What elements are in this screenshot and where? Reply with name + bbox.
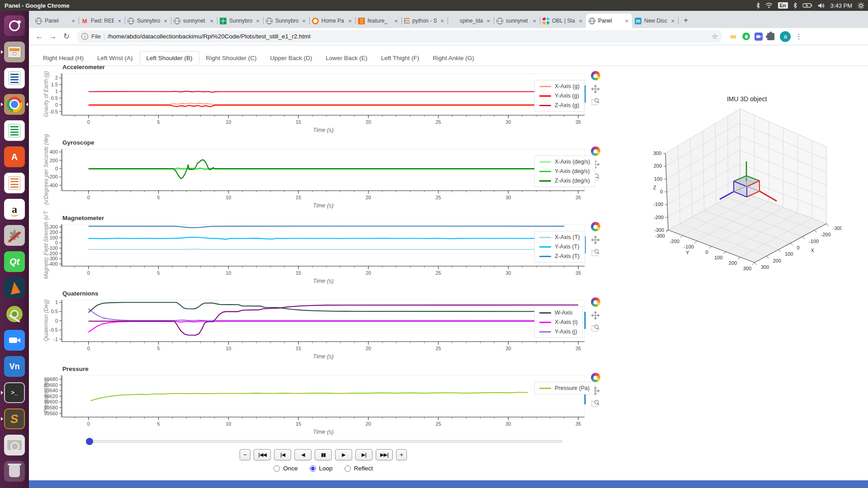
pan-tool-icon[interactable] — [591, 85, 599, 93]
bokeh-logo-icon[interactable] — [591, 373, 600, 382]
tab-close-icon[interactable]: × — [301, 18, 307, 24]
camera-extension-icon[interactable] — [755, 33, 763, 41]
mode-radio-once[interactable] — [274, 465, 280, 472]
browser-tab-3[interactable]: Sunnybro× — [125, 14, 171, 28]
bokeh-logo-icon[interactable] — [591, 71, 600, 80]
session-gear-icon[interactable] — [858, 2, 864, 9]
dock-item-trash[interactable] — [2, 459, 27, 483]
dock-item-disks[interactable] — [2, 433, 27, 457]
box-zoom-tool-icon[interactable] — [591, 399, 599, 408]
browser-tab-4[interactable]: sunnynet× — [171, 14, 217, 28]
clock[interactable]: 3:43 PM — [830, 2, 852, 9]
url-text[interactable]: /home/abdo/datacollectionbackimu/Rpi%20C… — [108, 33, 709, 40]
bluetooth-icon[interactable] — [756, 2, 760, 9]
tab-close-icon[interactable]: × — [624, 18, 629, 24]
page-info-icon[interactable]: i — [81, 33, 88, 40]
browser-tab-12[interactable]: OBL | Sla× — [540, 14, 586, 28]
player-rewind-button[interactable]: |◀ — [274, 449, 291, 460]
dock-item-ubuntu-dash[interactable] — [2, 14, 27, 38]
tab-close-icon[interactable]: × — [578, 18, 583, 24]
browser-tab-8[interactable]: feature_× — [355, 14, 401, 28]
battery-icon[interactable] — [802, 3, 812, 8]
player-play-reverse-button[interactable]: ◀ — [294, 449, 311, 460]
player-last-frame-button[interactable]: ▶▶| — [376, 449, 393, 460]
tab-close-icon[interactable]: × — [532, 18, 537, 24]
dock-item-system-settings[interactable]: ✱ — [2, 223, 27, 248]
browser-tab-1[interactable]: Panel× — [33, 14, 79, 28]
dock-item-sublime-text[interactable]: S — [2, 407, 27, 431]
mode-reflect[interactable]: Reflect — [344, 465, 373, 472]
browser-tab-11[interactable]: sunnynet× — [494, 14, 540, 28]
dock-item-libreoffice-impress[interactable] — [2, 171, 27, 195]
player-next-frame-button[interactable]: ▶| — [355, 449, 373, 460]
dock-item-terminal[interactable]: >_ — [2, 380, 27, 405]
dock-item-amazon[interactable]: a — [2, 197, 27, 221]
dock-item-google-chrome[interactable] — [2, 92, 27, 117]
mode-once[interactable]: Once — [274, 465, 297, 472]
address-bar[interactable]: i File /home/abdo/datacollectionbackimu/… — [77, 30, 722, 43]
dock-item-android-studio[interactable] — [2, 302, 27, 326]
tab-label: New Disc — [644, 18, 667, 24]
slider-thumb[interactable] — [86, 438, 93, 445]
box-zoom-tool-icon[interactable] — [591, 98, 599, 106]
browser-tab-10[interactable]: spine_lda× — [448, 14, 494, 28]
colab-extension-icon[interactable]: ∞ — [729, 32, 738, 41]
chrome-menu-icon[interactable]: ⋮ — [795, 32, 802, 41]
dock-item-zoom[interactable] — [2, 328, 27, 352]
new-tab-button[interactable]: + — [680, 14, 692, 26]
extensions-puzzle-icon[interactable] — [767, 33, 774, 40]
box-zoom-tool-icon[interactable] — [591, 249, 599, 257]
dock-item-files[interactable] — [2, 40, 27, 64]
tab-close-icon[interactable]: × — [209, 18, 214, 24]
bluetooth-icon[interactable] — [793, 2, 797, 9]
dock-item-libreoffice-calc[interactable] — [2, 118, 27, 143]
wifi-icon[interactable] — [765, 3, 773, 8]
bokeh-logo-icon[interactable] — [591, 297, 600, 307]
browser-tab-13[interactable]: Panel× — [586, 14, 632, 28]
player-play-button[interactable]: ▶ — [335, 449, 352, 460]
player-first-frame-button[interactable]: |◀◀ — [254, 449, 271, 460]
gyroscope-chart: 4002000-200-40005101520253035 — [41, 145, 606, 202]
dock-item-libreoffice-writer[interactable] — [2, 66, 27, 90]
green-extension-icon[interactable] — [742, 33, 750, 40]
reload-button[interactable]: ↻ — [61, 31, 72, 42]
player-pause-button[interactable]: ▮▮ — [315, 449, 332, 460]
keyboard-layout-indicator[interactable]: En — [778, 2, 788, 9]
browser-tab-6[interactable]: Sunnybro× — [263, 14, 309, 28]
dock-item-vnc-viewer[interactable]: Vn — [2, 354, 27, 379]
pan-tool-icon[interactable] — [591, 311, 599, 319]
mode-loop[interactable]: Loop — [310, 465, 333, 472]
tab-close-icon[interactable]: × — [486, 18, 491, 24]
animation-slider[interactable] — [87, 438, 562, 445]
browser-tab-7[interactable]: Home Pa× — [309, 14, 355, 28]
tab-close-icon[interactable]: × — [163, 18, 168, 24]
tab-close-icon[interactable]: × — [439, 18, 445, 24]
back-button[interactable]: ← — [33, 31, 45, 42]
dock-item-qt-creator[interactable]: Qt — [2, 249, 27, 274]
bokeh-logo-icon[interactable] — [591, 222, 600, 231]
forward-button[interactable]: → — [47, 31, 59, 42]
bokeh-logo-icon[interactable] — [591, 146, 600, 156]
profile-avatar[interactable]: a — [780, 31, 791, 42]
player-slower-button[interactable]: − — [240, 449, 250, 460]
tab-close-icon[interactable]: × — [347, 18, 353, 24]
box-zoom-tool-icon[interactable] — [591, 324, 599, 332]
tab-close-icon[interactable]: × — [670, 18, 675, 24]
tab-close-icon[interactable]: × — [117, 18, 122, 24]
tab-close-icon[interactable]: × — [71, 18, 76, 24]
browser-tab-2[interactable]: MFwd: REE× — [79, 14, 125, 28]
bookmark-star-icon[interactable]: ☆ — [712, 33, 718, 41]
mode-radio-loop[interactable] — [310, 465, 316, 472]
browser-tab-5[interactable]: Sunnybro× — [217, 14, 263, 28]
dock-item-ubuntu-software[interactable]: A — [2, 145, 27, 169]
dock-item-matlab[interactable] — [2, 276, 27, 300]
slider-track[interactable] — [87, 440, 562, 443]
tab-close-icon[interactable]: × — [255, 18, 260, 24]
player-faster-button[interactable]: + — [396, 449, 407, 460]
browser-tab-9[interactable]: python - S× — [401, 14, 448, 28]
browser-tab-14[interactable]: mNew Disc× — [632, 14, 678, 28]
mode-radio-reflect[interactable] — [344, 465, 351, 472]
pan-tool-icon[interactable] — [591, 236, 599, 244]
tab-close-icon[interactable]: × — [393, 18, 399, 24]
volume-icon[interactable] — [818, 3, 825, 9]
